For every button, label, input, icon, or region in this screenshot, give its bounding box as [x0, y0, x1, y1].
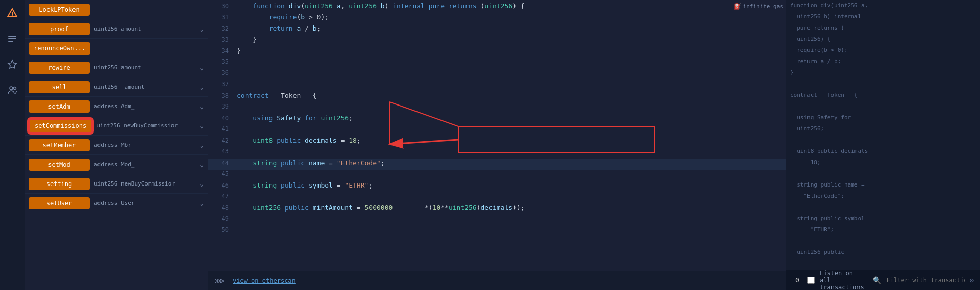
function-button[interactable]: renounceOwn... — [29, 42, 90, 55]
function-button[interactable]: rewire — [29, 62, 90, 74]
filter-input[interactable] — [887, 277, 965, 284]
right-line-content: require(b > 0); — [790, 47, 848, 54]
function-item: settinguint256 newBuyCommissior⌄ — [24, 174, 208, 194]
code-line: 42 uint8 public decimals = 18; — [208, 137, 786, 148]
right-line-content: contract __Token__ { — [790, 92, 857, 98]
right-code-line: string public symbol — [790, 215, 976, 226]
code-line: 35 — [208, 58, 786, 69]
line-number: 33 — [210, 36, 229, 43]
function-item: setMemberaddress Mbr_⌄ — [24, 136, 208, 155]
right-code-line: } — [790, 69, 976, 81]
functions-icon[interactable] — [4, 31, 20, 47]
right-line-content: pure returns ( — [790, 24, 844, 31]
line-content: require(b > 0); — [237, 13, 783, 21]
function-button[interactable]: setCommissions — [29, 119, 92, 133]
right-code-line: uint256 public — [790, 249, 976, 260]
function-param: address Mod_ — [94, 161, 198, 168]
code-line: 47 — [208, 193, 786, 204]
right-code-line: = 18; — [790, 159, 976, 170]
listen-label: Listen on all transactions — [820, 270, 868, 291]
chevron-down-icon[interactable]: ⌄ — [200, 64, 204, 71]
function-param: uint256 amount — [94, 64, 198, 71]
right-code-line — [790, 204, 976, 215]
infinite-gas-badge: ⛽ infinite gas — [734, 3, 783, 10]
function-button[interactable]: setMember — [29, 139, 90, 151]
code-line: 32 return a / b; — [208, 24, 786, 36]
line-number: 46 — [210, 182, 229, 189]
function-button[interactable]: setMod — [29, 159, 90, 171]
right-line-content: function div(uint256 a, — [790, 2, 868, 9]
function-button[interactable]: sell — [29, 81, 90, 93]
function-param: address Mbr_ — [94, 142, 198, 148]
right-line-content: uint256; — [790, 125, 824, 132]
line-number: 38 — [210, 92, 229, 99]
function-item: rewireuint256 amount⌄ — [24, 58, 208, 77]
svg-rect-3 — [8, 36, 16, 37]
right-code-line — [790, 137, 976, 148]
view-etherscan-link[interactable]: view on etherscan — [233, 277, 296, 284]
chevron-down-icon[interactable]: ⌄ — [200, 141, 204, 149]
right-line-content: uint256 b) internal — [790, 13, 861, 20]
function-item: proofuint256 amount⌄ — [24, 19, 208, 39]
function-panel: LockLPTokenproofuint256 amount⌄renounceO… — [24, 0, 208, 290]
chevron-down-icon[interactable]: ⌄ — [200, 83, 204, 91]
right-code-line: function div(uint256 a, — [790, 2, 976, 13]
listen-checkbox[interactable] — [807, 277, 815, 284]
chevron-down-icon[interactable]: ⌄ — [200, 122, 204, 129]
line-content: uint8 public decimals = 18; — [237, 137, 783, 144]
code-line: 41 — [208, 125, 786, 137]
right-line-content: = "ETHR"; — [790, 226, 834, 233]
function-button[interactable]: setUser — [29, 197, 90, 209]
code-line: 39 — [208, 103, 786, 114]
code-line: 50 — [208, 226, 786, 238]
line-number: 49 — [210, 215, 229, 222]
right-code-line: string public name = — [790, 181, 976, 193]
right-code-line: using Safety for — [790, 114, 976, 125]
search-icon[interactable]: 🔍 — [873, 276, 881, 284]
line-number: 32 — [210, 25, 229, 32]
chevron-down-icon[interactable]: ⌄ — [200, 25, 204, 33]
line-number: 37 — [210, 81, 229, 88]
sidebar-icons — [0, 0, 24, 290]
users-icon[interactable] — [4, 82, 20, 98]
line-content: uint256 public mintAmount = 5000000 *(10… — [237, 204, 783, 212]
right-code-line — [790, 238, 976, 249]
svg-point-8 — [14, 87, 16, 90]
logo-icon[interactable] — [4, 5, 20, 21]
right-panel-code: function div(uint256 a, uint256 b) inter… — [786, 0, 980, 270]
function-button[interactable]: proof — [29, 23, 90, 35]
line-number: 41 — [210, 125, 229, 133]
right-code-line: pure returns ( — [790, 24, 976, 36]
chevron-down-icon[interactable]: ⌄ — [200, 180, 204, 188]
right-line-content: uint256) { — [790, 36, 830, 42]
close-icon[interactable]: ⊗ — [970, 276, 974, 284]
line-number: 39 — [210, 103, 229, 110]
function-button[interactable]: setAdm — [29, 100, 90, 113]
code-line: 34} — [208, 47, 786, 58]
function-param: uint256 _amount — [94, 84, 198, 90]
code-line: 48 uint256 public mintAmount = 5000000 *… — [208, 204, 786, 215]
star-icon[interactable] — [4, 56, 20, 72]
line-number: 30 — [210, 3, 229, 10]
line-number: 50 — [210, 226, 229, 233]
right-code-line: contract __Token__ { — [790, 92, 976, 103]
right-code-line: "EtherCode"; — [790, 193, 976, 204]
right-line-content: uint256 public — [790, 249, 844, 255]
scroll-up-icon[interactable]: ⋙ — [214, 277, 225, 285]
code-panel: 30 function div(uint256 a, uint256 b) in… — [208, 0, 786, 290]
right-line-content: string public name = — [790, 181, 865, 188]
function-button[interactable]: setting — [29, 178, 90, 190]
chevron-down-icon[interactable]: ⌄ — [200, 102, 204, 110]
chevron-down-icon[interactable]: ⌄ — [200, 161, 204, 168]
chevron-down-icon[interactable]: ⌄ — [200, 199, 204, 207]
right-code-line: return a / b; — [790, 58, 976, 69]
line-number: 45 — [210, 170, 229, 177]
line-number: 42 — [210, 137, 229, 144]
right-code-line: = "ETHR"; — [790, 226, 976, 238]
function-button[interactable]: LockLPToken — [29, 4, 90, 16]
code-line: 37 — [208, 81, 786, 92]
code-line: 43 — [208, 148, 786, 159]
right-line-content: using Safety for — [790, 114, 851, 121]
right-panel: function div(uint256 a, uint256 b) inter… — [786, 0, 980, 290]
right-line-content: } — [790, 69, 794, 76]
